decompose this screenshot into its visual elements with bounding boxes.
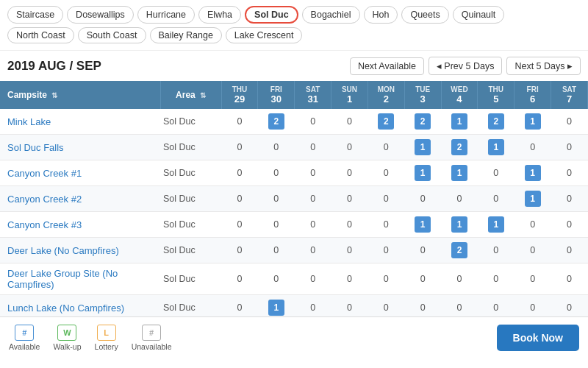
legend-label-walkup: Walk-up xyxy=(53,342,81,351)
avail-cell: 0 xyxy=(331,212,368,238)
tag-north-coast[interactable]: North Coast xyxy=(7,27,74,43)
avail-cell[interactable]: 2 xyxy=(404,109,441,135)
avail-cell[interactable]: 1 xyxy=(404,135,441,160)
avail-cell[interactable]: 1 xyxy=(404,212,441,238)
book-now-button[interactable]: Book Now xyxy=(497,325,579,351)
day-col-header-2: SAT31 xyxy=(295,81,331,109)
legend-box-available: # xyxy=(15,325,34,341)
avail-cell: 0 xyxy=(478,160,514,186)
availability-table: Campsite ⇅Area ⇅THU29FRI30SAT31SUN1MON2T… xyxy=(0,81,588,316)
tag-sol-duc[interactable]: Sol Duc xyxy=(245,6,298,24)
day-col-header-1: FRI30 xyxy=(258,81,295,109)
legend-item-lottery: LLottery xyxy=(95,325,118,351)
avail-cell[interactable]: 2 xyxy=(478,109,514,135)
avail-cell: 0 xyxy=(551,212,588,238)
campsite-name-cell[interactable]: Canyon Creek #3 xyxy=(0,212,160,238)
area-col-header[interactable]: Area ⇅ xyxy=(160,81,221,109)
tag-dosewallips[interactable]: Dosewallips xyxy=(67,6,134,24)
avail-cell: 0 xyxy=(221,295,258,317)
legend-label-unavailable: Unavailable xyxy=(132,342,172,351)
avail-cell: 0 xyxy=(331,263,368,295)
avail-cell: 0 xyxy=(368,212,404,238)
tag-lake-crescent[interactable]: Lake Crescent xyxy=(226,27,303,43)
tag-staircase[interactable]: Staircase xyxy=(7,6,63,24)
avail-cell[interactable]: 2 xyxy=(258,109,295,135)
legend-label-lottery: Lottery xyxy=(95,342,118,351)
area-name-cell: Sol Duc xyxy=(160,295,221,317)
avail-cell: 0 xyxy=(478,186,514,212)
legend-item-available: #Available xyxy=(9,325,40,351)
avail-cell: 0 xyxy=(441,186,478,212)
table-row: Sol Duc FallsSol Duc0000012100 xyxy=(0,135,588,160)
avail-cell[interactable]: 1 xyxy=(404,160,441,186)
legend-item-unavailable: #Unavailable xyxy=(132,325,172,351)
avail-cell: 0 xyxy=(441,295,478,317)
avail-cell[interactable]: 1 xyxy=(514,109,551,135)
avail-cell: 0 xyxy=(295,109,331,135)
tags-row-2: North CoastSouth CoastBailey RangeLake C… xyxy=(7,27,581,43)
table-row: Deer Lake Group Site (No Campfires)Sol D… xyxy=(0,263,588,295)
avail-cell[interactable]: 1 xyxy=(258,295,295,317)
tag-bailey-range[interactable]: Bailey Range xyxy=(150,27,222,43)
area-name-cell: Sol Duc xyxy=(160,160,221,186)
avail-cell[interactable]: 2 xyxy=(368,109,404,135)
campsite-name-cell[interactable]: Sol Duc Falls xyxy=(0,135,160,160)
avail-cell[interactable]: 1 xyxy=(441,109,478,135)
avail-cell: 0 xyxy=(551,238,588,263)
avail-cell: 0 xyxy=(295,238,331,263)
area-name-cell: Sol Duc xyxy=(160,263,221,295)
avail-cell: 0 xyxy=(221,238,258,263)
area-name-cell: Sol Duc xyxy=(160,186,221,212)
next-5-days-button[interactable]: Next 5 Days ▸ xyxy=(506,57,581,75)
avail-cell: 0 xyxy=(404,238,441,263)
avail-cell: 0 xyxy=(295,160,331,186)
avail-cell: 0 xyxy=(295,212,331,238)
campsite-name-cell[interactable]: Deer Lake (No Campfires) xyxy=(0,238,160,263)
tag-queets[interactable]: Queets xyxy=(401,6,448,24)
avail-cell: 0 xyxy=(551,263,588,295)
avail-cell: 0 xyxy=(441,263,478,295)
avail-cell: 0 xyxy=(258,238,295,263)
campsite-name-cell[interactable]: Canyon Creek #2 xyxy=(0,186,160,212)
prev-5-days-button[interactable]: ◂ Prev 5 Days xyxy=(429,57,503,75)
tag-section: StaircaseDosewallipsHurricaneElwhaSol Du… xyxy=(0,0,588,51)
avail-cell[interactable]: 1 xyxy=(478,135,514,160)
table-row: Deer Lake (No Campfires)Sol Duc000000200… xyxy=(0,238,588,263)
day-col-header-8: FRI6 xyxy=(514,81,551,109)
avail-cell[interactable]: 1 xyxy=(441,160,478,186)
avail-cell[interactable]: 1 xyxy=(514,186,551,212)
avail-cell: 0 xyxy=(368,238,404,263)
tag-hurricane[interactable]: Hurricane xyxy=(137,6,195,24)
avail-cell[interactable]: 2 xyxy=(441,238,478,263)
campsite-name-cell[interactable]: Mink Lake xyxy=(0,109,160,135)
avail-cell[interactable]: 1 xyxy=(478,212,514,238)
day-col-header-5: TUE3 xyxy=(404,81,441,109)
tag-hoh[interactable]: Hoh xyxy=(364,6,398,24)
table-row: Canyon Creek #2Sol Duc0000000010 xyxy=(0,186,588,212)
avail-cell: 0 xyxy=(404,263,441,295)
campsite-col-header[interactable]: Campsite ⇅ xyxy=(0,81,160,109)
avail-cell: 0 xyxy=(258,212,295,238)
table-row: Canyon Creek #3Sol Duc0000011100 xyxy=(0,212,588,238)
avail-cell[interactable]: 1 xyxy=(441,212,478,238)
area-name-cell: Sol Duc xyxy=(160,238,221,263)
avail-cell: 0 xyxy=(221,135,258,160)
legend-box-walkup: W xyxy=(57,325,76,341)
avail-cell[interactable]: 2 xyxy=(441,135,478,160)
tag-quinault[interactable]: Quinault xyxy=(453,6,505,24)
tag-elwha[interactable]: Elwha xyxy=(198,6,241,24)
campsite-name-cell[interactable]: Deer Lake Group Site (No Campfires) xyxy=(0,263,160,295)
tag-south-coast[interactable]: South Coast xyxy=(78,27,146,43)
campsite-name-cell[interactable]: Lunch Lake (No Campfires) xyxy=(0,295,160,317)
avail-cell: 0 xyxy=(368,160,404,186)
avail-cell: 0 xyxy=(551,186,588,212)
nav-buttons: Next Available ◂ Prev 5 Days Next 5 Days… xyxy=(350,57,581,75)
avail-cell: 0 xyxy=(331,295,368,317)
next-available-button[interactable]: Next Available xyxy=(350,57,424,75)
avail-cell[interactable]: 1 xyxy=(514,160,551,186)
avail-cell: 0 xyxy=(551,160,588,186)
campsite-name-cell[interactable]: Canyon Creek #1 xyxy=(0,160,160,186)
tag-bogachiel[interactable]: Bogachiel xyxy=(302,6,360,24)
day-col-header-7: THU5 xyxy=(478,81,514,109)
legend-label-available: Available xyxy=(9,342,40,351)
